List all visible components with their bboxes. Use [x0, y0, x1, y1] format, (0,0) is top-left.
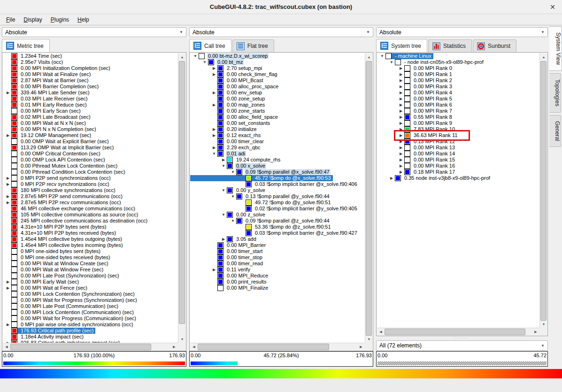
tree-row[interactable]: 53.36 !$omp do @z_solve.f90:51 — [190, 224, 333, 230]
tree-row[interactable]: 0.00 MPI_Reduce — [190, 273, 270, 279]
tree-row[interactable]: 180 MPI collective synchronizations (occ… — [3, 187, 117, 193]
tree-row[interactable]: 1.23e4 Time (sec) — [3, 53, 64, 59]
tree-row[interactable]: ▶339.46 MPI Late Sender (sec) — [3, 90, 92, 96]
tree-row[interactable]: ▼0.13 !$omp parallel @y_solve.f90:44 — [190, 193, 331, 200]
tree-row[interactable]: 1.18e4 Activity impact (sec) — [3, 334, 85, 340]
expand-arrow-icon[interactable]: ▶ — [398, 102, 404, 108]
collapse-arrow-icon[interactable]: ▼ — [230, 169, 236, 175]
tree-row[interactable]: ▶19.24 compute_rhs — [190, 157, 282, 163]
scroll-left-icon[interactable]: ◀ — [190, 343, 198, 351]
system-tab-statistics[interactable]: Statistics — [428, 39, 472, 52]
expand-arrow-icon[interactable]: ▶ — [5, 193, 11, 200]
tree-row[interactable]: 2.87 MPI Wait at Barrier (sec) — [3, 77, 90, 84]
tree-row[interactable]: ▶36.63 MPI Rank 11 — [377, 132, 459, 138]
tree-row[interactable]: 0.00 alloc_proc_space — [190, 84, 280, 90]
tree-row[interactable]: 0.02 !$omp implicit barrier @y_solve.f90… — [190, 206, 359, 212]
tree-row[interactable]: ▼- machine Linux — [377, 53, 433, 59]
tree-row[interactable]: ▶0.00 MPI Rank 15 — [377, 157, 457, 163]
system-tab-system-tree[interactable]: System tree — [376, 39, 427, 52]
expand-arrow-icon[interactable]: ▶ — [5, 279, 11, 285]
expand-arrow-icon[interactable]: ▶ — [5, 90, 11, 96]
tree-row[interactable]: 0.00 MPI Barrier Completion (sec) — [3, 84, 100, 90]
menu-help[interactable]: Help — [73, 15, 93, 24]
scroll-thumb[interactable] — [179, 61, 185, 324]
tree-row[interactable]: 245 MPI collective communications as des… — [3, 218, 149, 224]
tree-row[interactable]: 0.00 MPI Early Scan (sec) — [3, 108, 83, 114]
tree-row[interactable]: 113.29 OMP Wait at Implicit Barrier (sec… — [3, 145, 115, 151]
tree-row[interactable]: ▶0.00 MPI Early Wait (sec) — [3, 279, 81, 285]
scroll-thumb[interactable] — [385, 329, 525, 335]
scroll-left-icon[interactable]: ◀ — [377, 328, 385, 336]
tree-row[interactable]: 0.00 alloc_field_space — [190, 114, 280, 120]
expand-arrow-icon[interactable]: ▶ — [398, 169, 404, 175]
tree-row[interactable]: 1.45e4 MPI collective bytes incoming (by… — [3, 242, 125, 248]
tree-row[interactable]: 45.72 !$omp do @x_solve.f90:53 — [190, 175, 333, 181]
tree-row[interactable]: 0.00 OMP Lock API Contention (sec) — [3, 157, 107, 163]
tree-row[interactable]: 0.00 zone_starts — [190, 108, 267, 114]
tree-row[interactable]: 0.00 timer_stop — [190, 254, 264, 261]
tree-row[interactable]: 0.00 MPI Wait at Window Free (sec) — [3, 267, 105, 273]
tree-row[interactable]: 0.00 Pthread Condition Lock Contention (… — [3, 169, 127, 175]
tree-row[interactable]: 0 MPI one-sided bytes sent (bytes) — [3, 248, 102, 254]
expand-arrow-icon[interactable]: ▶ — [211, 65, 217, 71]
tree-row[interactable]: 0 MPI one-sided bytes received (bytes) — [3, 254, 112, 261]
tree-row[interactable]: 49.72 !$omp do @y_solve.f90:51 — [190, 200, 333, 206]
tree-row[interactable]: 0.00 MPI_Barrier — [190, 242, 268, 248]
tree-row[interactable]: ▼0.00 bt-mz.D.x_wi_scorep — [190, 53, 269, 59]
tree-row[interactable]: 176.93 Critical path profile (sec) — [3, 328, 95, 334]
tree-row[interactable]: ▶0.55 MPI Rank 8 — [377, 114, 454, 120]
tree-row[interactable]: 0.00 MPI Wait at Window Create (sec) — [3, 261, 110, 267]
expand-arrow-icon[interactable]: ▶ — [398, 71, 404, 77]
menu-plugins[interactable]: Plugins — [46, 15, 73, 24]
system-tab-sunburst[interactable]: Sunburst — [473, 39, 516, 52]
tree-row[interactable]: ▼- node inst-cn05n-x9-ol89-hpc-prof — [377, 59, 485, 65]
expand-arrow-icon[interactable]: ▶ — [211, 126, 217, 132]
scroll-down-icon[interactable]: ▼ — [365, 335, 373, 343]
expand-arrow-icon[interactable]: ▶ — [5, 132, 11, 138]
expand-arrow-icon[interactable]: ▶ — [211, 267, 217, 273]
tree-row[interactable]: ▶0.12 exact_rhs — [190, 132, 262, 138]
expand-arrow-icon[interactable]: ▶ — [220, 236, 227, 242]
scroll-down-icon[interactable]: ▼ — [178, 335, 186, 343]
expand-arrow-icon[interactable]: ▶ — [398, 96, 404, 102]
expand-arrow-icon[interactable]: ▶ — [211, 145, 217, 151]
tree-row[interactable]: 0.00 OMP Wait at Explicit Barrier (sec) — [3, 138, 111, 145]
tree-row[interactable]: ▶2.29 exch_qbc — [190, 145, 262, 151]
tree-row[interactable]: ▼0.00 bt_mz — [190, 59, 245, 65]
expand-arrow-icon[interactable]: ▶ — [5, 322, 11, 328]
expand-arrow-icon[interactable]: ▶ — [398, 65, 404, 71]
tree-row[interactable]: ▶2.70 setup_mpi — [190, 65, 264, 71]
tree-row[interactable]: 0.00 MPI Wait at N x N (sec) — [3, 120, 88, 126]
tree-row[interactable]: ▶0.35 node inst-v3jb8-x9-ol89-hpc-prof — [377, 175, 492, 181]
expand-arrow-icon[interactable]: ▶ — [398, 163, 404, 169]
close-icon[interactable]: ✕ — [550, 3, 555, 11]
scroll-thumb[interactable] — [198, 344, 329, 350]
expand-arrow-icon[interactable]: ▶ — [5, 285, 11, 291]
metric-horizontal-scrollbar[interactable]: ◀ ▶ — [3, 343, 178, 350]
tree-row[interactable]: 0.00 MPI Late Post (Communication) (sec) — [3, 303, 120, 309]
tree-row[interactable]: 0.00 MPI_Bcast — [190, 77, 265, 84]
tree-row[interactable]: ▶0.00 MPI Rank 14 — [377, 151, 457, 157]
tree-row[interactable]: ▶0.00 map_zones — [190, 102, 267, 108]
tree-row[interactable]: 4.31e+10 MPI P2P bytes received (bytes) — [3, 230, 118, 236]
tree-row[interactable]: ▶0.00 env_setup — [190, 90, 264, 96]
splitter-handle[interactable]: ······ — [376, 337, 548, 339]
tree-row[interactable]: 0.00 MPI Wait for Progress (Synchronizat… — [3, 297, 139, 303]
side-tab-general[interactable]: General — [549, 115, 561, 147]
tree-row[interactable]: ▶0.00 check_timer_flag — [190, 71, 279, 77]
tree-row[interactable]: 0.03 !$omp implicit barrier @z_solve.f90… — [190, 230, 359, 236]
side-tab-system-view[interactable]: System View — [549, 26, 562, 71]
collapse-arrow-icon[interactable]: ▼ — [379, 53, 385, 59]
system-value-mode-dropdown[interactable]: Absolute ▼ — [376, 27, 548, 37]
tree-row[interactable]: ▶2.87e5 MPI P2P send communications (occ… — [3, 193, 124, 200]
tree-row[interactable]: 0.00 MPI Wait at Finalize (sec) — [3, 71, 92, 77]
tree-row[interactable]: 1.45e4 MPI collective bytes outgoing (by… — [3, 236, 124, 242]
tree-row[interactable]: 105 MPI collective communications as sou… — [3, 212, 140, 218]
tree-row[interactable]: 0.00 MPI Initialization Completion (sec) — [3, 65, 112, 71]
scroll-right-icon[interactable]: ▶ — [357, 343, 365, 351]
expand-arrow-icon[interactable]: ▶ — [5, 175, 11, 181]
tree-row[interactable]: 0.00 timer_start — [190, 248, 264, 254]
collapse-arrow-icon[interactable]: ▼ — [230, 193, 236, 200]
tree-row[interactable]: ▶0.00 MPI Wait at Fence (sec) — [3, 285, 89, 291]
call-tab-call-tree[interactable]: Call tree — [189, 39, 231, 52]
